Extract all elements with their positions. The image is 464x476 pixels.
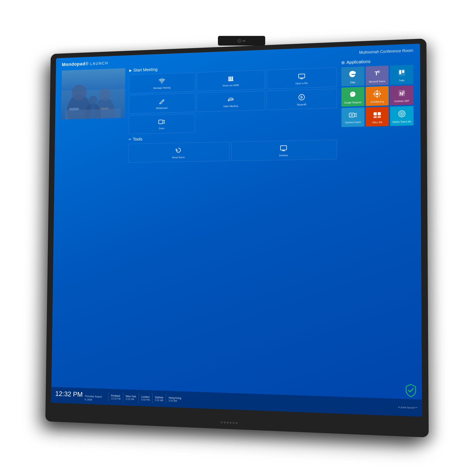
svg-text:ConX: ConX — [229, 98, 234, 100]
svg-point-30 — [376, 92, 378, 95]
main-area: ▶ Start Meeting — [57, 58, 415, 391]
grid-icon: ⊞ — [341, 60, 345, 65]
monitor-bezel: Mondopad® LAUNCH Multnomah Conference Ro… — [45, 39, 428, 437]
svg-point-31 — [376, 90, 378, 92]
camera-label: 4K — [243, 39, 245, 42]
port-5 — [232, 422, 234, 424]
preview-section — [57, 68, 125, 381]
svg-point-36 — [378, 91, 380, 92]
camera-bar: 4K — [218, 36, 265, 46]
tile-montage-sharing[interactable]: Montage Sharing — [129, 72, 195, 94]
svg-rect-46 — [374, 112, 377, 116]
app-tile-webex[interactable]: WebEx Teams We — [390, 106, 414, 126]
app-teams-label: Microsoft Teams — [369, 80, 385, 83]
app-tile-gotomeeting[interactable]: GoToMeeting — [366, 86, 389, 106]
app-onenote-label: OneNote UWP — [394, 100, 409, 103]
app-tile-teams[interactable]: T T Microsoft Teams — [365, 66, 388, 86]
tools-grid: Reset Room — [128, 139, 337, 163]
app-grid: Edge T T — [341, 65, 414, 127]
zoom-icon — [158, 119, 165, 126]
app-office365-label: Office 365 — [372, 121, 382, 124]
monitor-outer: Mondopad® LAUNCH Multnomah Conference Ro… — [45, 39, 428, 437]
port-4 — [230, 422, 231, 424]
desktop-icon — [280, 145, 287, 153]
city-hongkong: Hong Kong 3:32 AM — [168, 396, 181, 402]
port-3 — [227, 422, 228, 424]
skype-icon: S — [298, 94, 305, 102]
svg-rect-20 — [159, 120, 163, 124]
tile-open-file-label: Open a File — [295, 82, 308, 85]
tile-whiteboard-label: Whiteboard — [156, 107, 167, 109]
svg-rect-43 — [403, 93, 404, 94]
svg-point-32 — [376, 96, 378, 97]
svg-rect-44 — [349, 113, 355, 117]
svg-point-12 — [161, 83, 162, 83]
svg-point-45 — [351, 114, 353, 116]
center-column: ▶ Start Meeting — [126, 60, 337, 388]
svg-text:N: N — [399, 91, 403, 97]
app-tile-edge[interactable]: Edge — [341, 67, 364, 86]
app-gotomeeting-label: GoToMeeting — [370, 100, 384, 103]
shield-icon — [404, 383, 417, 397]
screen-content: Mondopad® LAUNCH Multnomah Conference Ro… — [51, 44, 422, 417]
camera-lens — [237, 39, 241, 43]
date-display: Thursday, August 9, 2018 — [85, 395, 102, 402]
preview-image — [61, 68, 125, 119]
svg-rect-14 — [230, 77, 231, 80]
tile-montage-sharing-label: Montage Sharing — [153, 86, 170, 89]
svg-rect-15 — [232, 76, 233, 80]
city-london: London 9:32 PM — [141, 395, 150, 401]
time-display: 12:32 PM — [55, 390, 83, 398]
reset-icon — [175, 147, 181, 155]
svg-point-38 — [378, 95, 380, 96]
svg-text:": " — [351, 93, 353, 96]
applications-header: ⊞ Applications — [341, 58, 413, 65]
city-sydney: Sydney 5:32 AM — [155, 396, 163, 401]
applications-section: ⊞ Applications — [341, 58, 415, 391]
preview-people — [61, 68, 125, 119]
brand-title: Mondopad® LAUNCH — [62, 60, 108, 67]
tile-reset-room-label: Reset Room — [172, 156, 185, 159]
tile-share-hdmi-label: Share via HDMI — [222, 84, 239, 87]
tile-whiteboard[interactable]: Whiteboard — [129, 93, 195, 114]
teams-icon: T T — [373, 69, 381, 79]
tile-open-file[interactable]: Open a File — [267, 68, 337, 89]
room-name: Multnomah Conference Room — [359, 48, 413, 55]
app-tile-onenote[interactable]: N OneNote UWP — [390, 85, 413, 105]
svg-rect-49 — [377, 116, 381, 118]
tile-video-meeting[interactable]: ConX Video Meeting — [197, 91, 265, 112]
city-divider-3 — [152, 393, 152, 403]
tile-desktop[interactable]: Desktop — [231, 139, 337, 161]
monitor-wrapper: 4K Mondopad® LAUNCH Multnomah Conference… — [28, 23, 436, 453]
app-tile-trello[interactable]: Trello — [390, 65, 413, 85]
city-divider-1 — [123, 393, 123, 402]
svg-rect-42 — [403, 92, 404, 93]
preview-svg — [61, 68, 125, 119]
tools-icon: ✂ — [128, 137, 131, 141]
svg-rect-27 — [402, 70, 404, 73]
city-divider-4 — [166, 394, 166, 404]
city-portland: Portland 12:32 PM — [111, 394, 121, 400]
app-tile-office365[interactable]: Office 365 — [366, 107, 389, 126]
edge-icon — [348, 70, 357, 80]
tile-reset-room[interactable]: Reset Room — [128, 142, 230, 163]
tile-video-meeting-label: Video Meeting — [223, 105, 238, 108]
monitor-file-icon — [298, 73, 305, 81]
svg-point-33 — [373, 93, 375, 95]
tile-zoom[interactable]: Zoom — [128, 114, 195, 134]
app-tile-camera[interactable]: Camera Control — [341, 107, 364, 127]
tile-skype4b[interactable]: S Skype4B — [267, 88, 337, 110]
port-2 — [223, 422, 225, 423]
camera-control-icon — [349, 112, 357, 120]
svg-point-35 — [374, 91, 376, 93]
tile-share-hdmi[interactable]: Share via HDMI — [197, 70, 265, 91]
app-webex-label: WebEx Teams We — [392, 120, 411, 123]
svg-text:S: S — [300, 95, 303, 99]
tile-desktop-label: Desktop — [279, 154, 288, 157]
start-meeting-grid: Montage Sharing — [128, 68, 337, 134]
wifi-icon — [159, 78, 165, 85]
svg-rect-41 — [403, 91, 404, 92]
trello-icon — [397, 68, 406, 78]
port-6 — [236, 422, 237, 424]
app-tile-hangouts[interactable]: " Google Hangouts — [341, 87, 364, 107]
